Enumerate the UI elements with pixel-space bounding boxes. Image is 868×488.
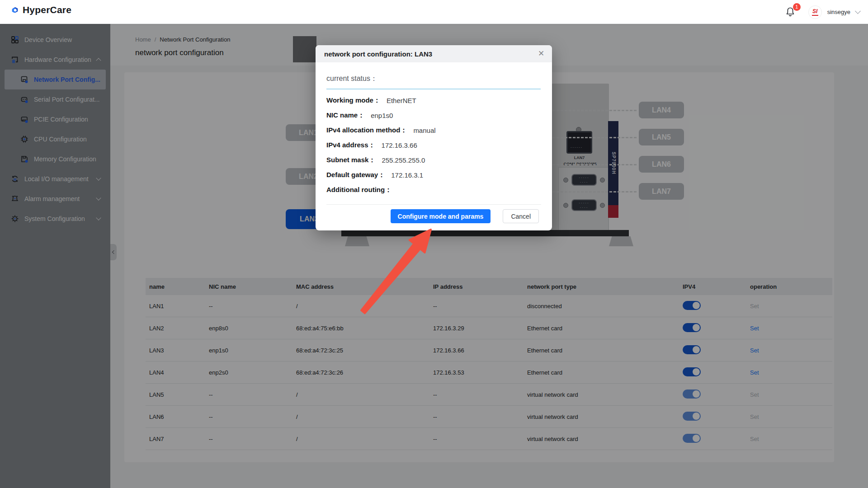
field-label: Working mode： (326, 96, 380, 105)
configure-mode-button[interactable]: Configure mode and params (391, 209, 491, 223)
avatar-text: SI (812, 9, 817, 14)
field-label: NIC name： (326, 111, 364, 120)
user-menu-chevron-icon[interactable] (855, 8, 861, 14)
field-label: IPv4 allocation method： (326, 126, 407, 135)
topbar: HyperCare 1 SI sinsegye (0, 0, 868, 24)
modal-field-row: IPv4 address： 172.16.3.66 (326, 138, 541, 153)
modal-buttons: Configure mode and params Cancel (391, 209, 539, 223)
avatar[interactable]: SI (808, 5, 822, 19)
notification-badge: 1 (793, 3, 801, 11)
modal-field-row: IPv4 allocation method： manual (326, 123, 541, 138)
modal-section-divider (326, 89, 541, 89)
field-value: 172.16.3.66 (382, 141, 417, 149)
modal-field-row: Working mode： EtherNET (326, 93, 541, 108)
topbar-right: 1 SI sinsegye (785, 0, 860, 24)
modal-fields: Working mode： EtherNET NIC name： enp1s0 … (326, 93, 541, 197)
modal-header: network port configuration: LAN3 (316, 45, 552, 62)
network-port-config-modal: network port configuration: LAN3 ✕ curre… (316, 45, 552, 230)
close-icon[interactable]: ✕ (536, 48, 547, 59)
brand-name: HyperCare (23, 5, 71, 15)
modal-field-row: Additional routing： (326, 183, 541, 197)
hypercare-logo-icon (11, 6, 19, 14)
modal-field-row: NIC name： enp1s0 (326, 108, 541, 123)
field-value: 172.16.3.1 (391, 171, 423, 179)
notification-bell[interactable]: 1 (785, 6, 797, 18)
field-value: manual (413, 127, 435, 134)
field-label: Subnet mask： (326, 156, 375, 164)
modal-footer-divider (326, 204, 541, 205)
username: sinsegye (827, 9, 850, 15)
modal-title: network port configuration: LAN3 (316, 50, 432, 58)
field-value: EtherNET (387, 97, 416, 104)
modal-field-row: Subnet mask： 255.255.255.0 (326, 153, 541, 168)
field-label: Default gateway： (326, 171, 385, 179)
cancel-button[interactable]: Cancel (503, 209, 539, 223)
modal-field-row: Default gateway： 172.16.3.1 (326, 168, 541, 183)
brand-logo: HyperCare (11, 5, 71, 15)
field-label: IPv4 address： (326, 141, 375, 150)
field-label: Additional routing： (326, 186, 392, 194)
field-value: enp1s0 (371, 112, 393, 119)
field-value: 255.255.255.0 (382, 156, 425, 164)
modal-section-title: current status： (326, 74, 377, 84)
